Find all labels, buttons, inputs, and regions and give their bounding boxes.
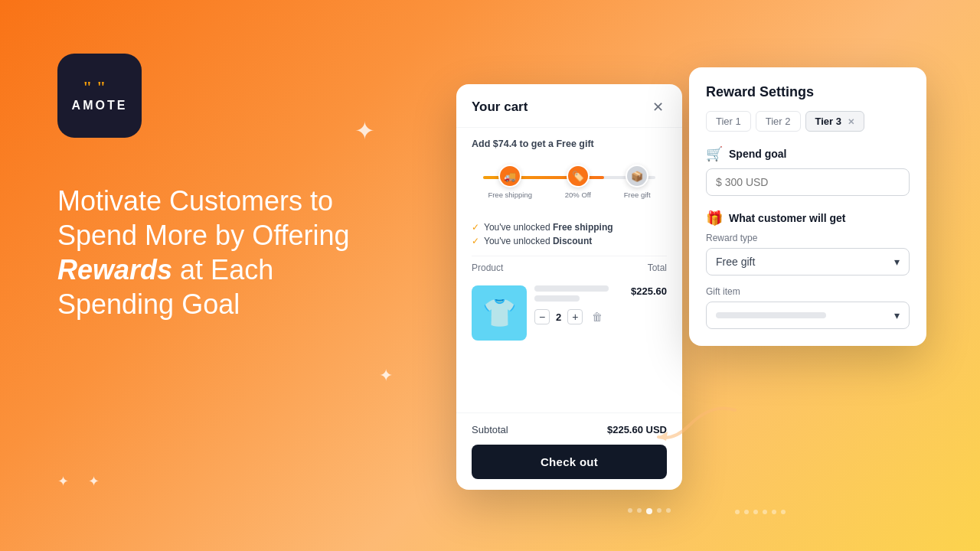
products-table-header: Product Total [472,256,667,279]
unlocked-discount: ✓ You've unlocked Discount [472,236,667,246]
milestone-label-3: Free gift [624,191,651,199]
dot-5 [666,508,671,513]
quantity-value: 2 [556,311,561,323]
milestone-discount: 🏷️ 20% Off [565,165,591,199]
cart-title: Your cart [472,99,528,115]
product-row: 👕 − 2 + 🗑 $225.60 [472,285,667,341]
headline: Motivate Customers to Spend More by Offe… [57,184,379,321]
dot-r2 [744,510,749,514]
logo: " " AMOTE [57,54,142,138]
quantity-controls: − 2 + 🗑 [534,309,617,324]
quantity-increase-button[interactable]: + [567,309,583,324]
chevron-down-icon: ▾ [894,256,900,268]
shipping-icon: 🚚 [498,165,521,187]
check-icon: ✓ [472,222,479,233]
reward-settings-title: Reward Settings [706,84,910,100]
sparkle-icon-3: ✦ [57,474,69,488]
dot-r5 [772,510,776,514]
spend-goal-label: Spend goal [729,148,786,160]
cart-footer: Subtotal $225.60 USD Check out [456,412,682,490]
discount-icon: 🏷️ [567,165,590,187]
unlocked-list: ✓ You've unlocked Free shipping ✓ You've… [472,222,667,246]
dot-r6 [781,510,786,514]
tier-tabs: Tier 1 Tier 2 Tier 3 ✕ [706,111,910,132]
reward-settings-panel: Reward Settings Tier 1 Tier 2 Tier 3 ✕ 🛒… [689,67,926,346]
spend-goal-input[interactable] [706,168,910,196]
what-customer-gets-label: What customer will get [729,212,845,224]
tier-3-tab[interactable]: Tier 3 ✕ [805,111,864,132]
logo-icon: " " [83,79,116,96]
product-sub-placeholder [534,295,580,302]
pagination-dots-right [735,510,786,514]
spend-goal-header: 🛒 Spend goal [706,145,910,162]
pagination-dots-left [628,508,671,514]
progress-icons-row: 🚚 Free shipping 🏷️ 20% Off 📦 Free gift [472,165,667,199]
background: ✦ ✦ ✦ ✦ " " AMOTE Motivate Customers to … [0,0,980,551]
product-price: $225.60 [625,285,667,297]
sparkle-icon: ✦ [354,119,375,143]
subtotal-row: Subtotal $225.60 USD [472,424,667,435]
product-info: − 2 + 🗑 [534,285,617,324]
dot-3-active [646,508,652,514]
arrow-decoration [651,395,743,459]
tier-3-close-icon[interactable]: ✕ [848,117,854,126]
cart-body: Add $74.4 to get a Free gift 🚚 Free ship… [456,128,682,412]
logo-text: AMOTE [72,99,128,112]
gift-icon: 📦 [626,165,648,187]
sparkle-icon-4: ✦ [88,474,100,488]
progress-message: Add $74.4 to get a Free gift [472,139,667,149]
dot-1 [628,508,632,513]
milestone-free-shipping: 🚚 Free shipping [488,165,532,199]
gift-item-placeholder [716,312,826,318]
cart-panel: Your cart ✕ Add $74.4 to get a Free gift… [456,84,682,490]
delete-product-button[interactable]: 🗑 [592,311,603,323]
what-customer-gets-header: 🎁 What customer will get [706,210,910,227]
tier-2-tab[interactable]: Tier 2 [756,111,801,132]
chevron-down-icon-2: ▾ [894,309,900,321]
close-cart-button[interactable]: ✕ [648,98,667,116]
svg-marker-2 [658,432,668,441]
milestone-label: Free shipping [488,191,532,199]
dot-4 [657,508,662,513]
product-image: 👕 [472,285,527,341]
gift-item-label: Gift item [706,286,910,297]
subtotal-label: Subtotal [472,424,508,435]
reward-type-label: Reward type [706,233,910,243]
sparkle-icon-2: ✦ [379,367,393,384]
cart-icon: 🛒 [706,145,723,162]
tier-1-tab[interactable]: Tier 1 [706,111,751,132]
unlocked-shipping: ✓ You've unlocked Free shipping [472,222,667,233]
milestone-free-gift: 📦 Free gift [624,165,651,199]
gift-item-select[interactable]: ▾ [706,302,910,329]
svg-text:": " [83,79,92,96]
milestone-label-2: 20% Off [565,191,591,199]
checkout-button[interactable]: Check out [472,445,667,479]
reward-type-select[interactable]: Free gift ▾ [706,248,910,276]
dot-r1 [735,510,740,514]
cart-header: Your cart ✕ [456,84,682,128]
svg-text:": " [96,79,106,96]
gift-reward-icon: 🎁 [706,210,723,227]
dot-r3 [753,510,758,514]
product-name-placeholder [534,285,609,292]
progress-section: 🚚 Free shipping 🏷️ 20% Off 📦 Free gift [472,165,667,199]
check-icon-2: ✓ [472,236,479,246]
dot-2 [637,508,642,513]
quantity-decrease-button[interactable]: − [534,309,550,324]
dot-r4 [763,510,767,514]
